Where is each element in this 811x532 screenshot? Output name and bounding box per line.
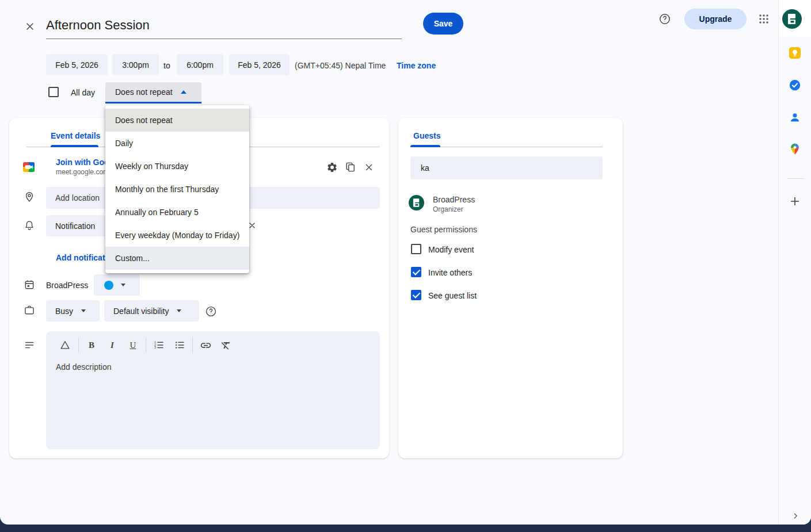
invite-others-label: Invite others: [428, 268, 472, 277]
contacts-icon[interactable]: [789, 111, 801, 124]
chevron-down-icon: [81, 309, 86, 312]
get-add-ons-plus-icon[interactable]: [789, 195, 801, 208]
numbered-list-icon[interactable]: 123: [153, 339, 165, 351]
calendar-color-dot: [104, 281, 113, 290]
start-date-chip[interactable]: Feb 5, 2026: [46, 54, 108, 75]
recurrence-value: Does not repeat: [115, 87, 173, 97]
hide-side-panel-chevron-icon[interactable]: [790, 511, 803, 523]
remove-meet-icon[interactable]: [363, 162, 374, 173]
chevron-down-icon: [121, 284, 125, 286]
meet-settings-gear-icon[interactable]: [326, 161, 338, 173]
end-time-chip[interactable]: 6:00pm: [177, 54, 223, 75]
guests-tab-underline: [410, 145, 440, 147]
add-guests-input[interactable]: [410, 156, 603, 179]
menu-item-custom[interactable]: Custom...: [105, 247, 249, 270]
calendar-color-dropdown[interactable]: [94, 274, 140, 296]
toolbar-divider: [192, 338, 193, 353]
insert-file-icon[interactable]: [59, 339, 71, 351]
location-pin-icon: [24, 191, 35, 205]
end-date-chip[interactable]: Feb 5, 2026: [229, 54, 290, 75]
visibility-value: Default visibility: [113, 307, 169, 316]
insert-link-icon[interactable]: [199, 339, 212, 351]
copy-meet-link-icon[interactable]: [345, 162, 356, 173]
briefcase-icon: [24, 304, 35, 318]
all-day-label: All day: [71, 88, 95, 97]
visibility-dropdown[interactable]: Default visibility: [104, 300, 199, 322]
busy-dropdown[interactable]: Busy: [46, 300, 100, 322]
google-apps-grid-icon[interactable]: [757, 13, 770, 25]
menu-item-does-not-repeat[interactable]: Does not repeat: [105, 109, 249, 132]
invite-others-checkbox[interactable]: [411, 267, 421, 277]
toolbar-divider: [146, 338, 146, 353]
timezone-link[interactable]: Time zone: [397, 61, 436, 70]
organizer-role: Organizer: [433, 205, 463, 213]
save-button[interactable]: Save: [423, 13, 463, 35]
modify-event-checkbox[interactable]: [411, 244, 421, 254]
bottom-frame-bar: [0, 525, 811, 532]
event-editor-page: Save Upgrade Feb 5, 2026 3:00pm to 6:00p…: [0, 0, 811, 525]
close-editor-icon[interactable]: [24, 21, 36, 32]
modify-event-label: Modify event: [428, 245, 474, 254]
menu-item-daily[interactable]: Daily: [105, 132, 249, 155]
calendar-name-label: BroadPress: [46, 281, 88, 290]
tab-guests[interactable]: Guests: [413, 131, 440, 140]
sidebar-divider: [787, 178, 804, 179]
calendar-icon: [24, 279, 35, 293]
account-avatar[interactable]: [782, 9, 802, 31]
menu-item-every-weekday[interactable]: Every weekday (Monday to Friday): [105, 224, 249, 247]
italic-icon[interactable]: I: [106, 339, 119, 351]
busy-value: Busy: [55, 307, 73, 316]
description-lines-icon: [24, 339, 35, 353]
keep-icon[interactable]: [789, 47, 801, 59]
svg-text:3: 3: [154, 346, 156, 349]
see-guest-list-label: See guest list: [428, 291, 477, 300]
organizer-name: BroadPress: [433, 195, 475, 204]
meet-url-text: meet.google.com/: [56, 168, 111, 176]
underline-icon[interactable]: U: [127, 339, 139, 351]
notification-bell-icon: [24, 220, 35, 234]
tab-event-details[interactable]: Event details: [51, 131, 100, 140]
companion-sidebar: [778, 0, 811, 525]
bulleted-list-icon[interactable]: [173, 339, 186, 351]
toolbar-divider: [78, 338, 79, 353]
help-icon[interactable]: [658, 13, 671, 25]
start-time-chip[interactable]: 3:00pm: [112, 54, 159, 75]
visibility-help-icon[interactable]: [204, 305, 217, 317]
clear-formatting-icon[interactable]: [219, 339, 232, 351]
recurrence-dropdown[interactable]: Does not repeat: [105, 82, 201, 104]
guest-permissions-title: Guest permissions: [410, 225, 477, 234]
to-label: to: [163, 61, 170, 70]
recurrence-menu: Does not repeat Daily Weekly on Thursday…: [105, 105, 249, 273]
see-guest-list-checkbox[interactable]: [411, 290, 421, 300]
event-details-tab-underline: [51, 145, 98, 147]
menu-item-monthly[interactable]: Monthly on the first Thursday: [105, 178, 249, 201]
tasks-icon[interactable]: [789, 79, 801, 91]
chevron-up-icon: [181, 90, 186, 94]
chevron-down-icon: [177, 309, 181, 312]
all-day-checkbox[interactable]: [48, 87, 59, 97]
organizer-avatar: [409, 195, 424, 213]
google-meet-icon: [23, 162, 35, 174]
description-placeholder: Add description: [56, 362, 112, 372]
bold-icon[interactable]: B: [85, 339, 98, 351]
maps-icon[interactable]: [789, 143, 801, 155]
timezone-text: (GMT+05:45) Nepal Time: [295, 61, 386, 70]
menu-item-annually[interactable]: Annually on February 5: [105, 201, 249, 224]
menu-item-weekly[interactable]: Weekly on Thursday: [105, 155, 249, 178]
upgrade-button[interactable]: Upgrade: [684, 9, 747, 29]
event-title-input[interactable]: [46, 15, 402, 39]
